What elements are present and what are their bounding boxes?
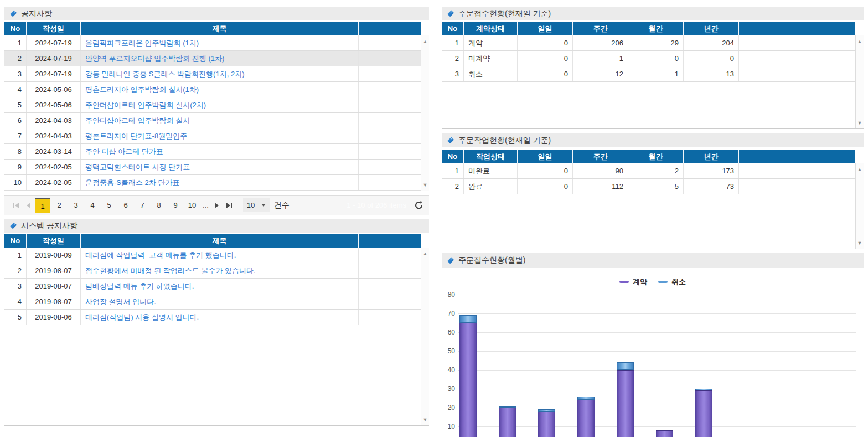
table-row[interactable]: 2미계약0100 [442, 51, 855, 66]
table-cell: 평택고덕힐스테이트 서정 단가표 [81, 160, 359, 174]
table-row[interactable]: 42019-08-07사업장 설명서 입니다. [4, 294, 421, 310]
table-cell: 2024-02-05 [27, 175, 81, 190]
table-row[interactable]: 102024-02-05운정중흥-S클래스 2차 단가표 [4, 175, 421, 191]
table-cell: 13 [684, 66, 739, 81]
table-scrollbar[interactable]: ▲▼ [421, 35, 429, 191]
table-cell: 90 [573, 163, 628, 178]
y-axis-label: 80 [442, 291, 455, 299]
scroll-up-icon[interactable]: ▲ [421, 251, 429, 256]
notice-link[interactable]: 운정중흥-S클래스 2차 단가표 [85, 178, 179, 187]
pager-page-4[interactable]: 4 [85, 198, 100, 213]
table-row[interactable]: 32024-07-19강동 밀레니얼 중흥 S클래스 박람회진행(1차, 2차) [4, 66, 421, 82]
table-cell: 10 [4, 175, 27, 190]
notice-link[interactable]: 팀배정달력 메뉴 추가 하였습니다. [85, 282, 194, 290]
table-cell: 대리점에 작업달력_고객 메뉴를 추가 했습니다. [81, 248, 359, 263]
pager-page-5[interactable]: 5 [102, 198, 116, 213]
legend-item[interactable]: 취소 [658, 277, 686, 287]
table-cell: 운정중흥-S클래스 2차 단가표 [81, 175, 359, 190]
column-header: 작업상태 [464, 150, 518, 163]
table-row[interactable]: 72024-04-03평촌트리지아 단가표-8월말입주 [4, 128, 421, 144]
table-row[interactable]: 3취소012113 [442, 66, 855, 82]
table-cell: 0 [628, 51, 684, 66]
pager-page-1[interactable]: 1 [35, 198, 50, 213]
legend-item[interactable]: 계약 [619, 277, 647, 287]
table-row[interactable]: 92024-02-05평택고덕힐스테이트 서정 단가표 [4, 160, 421, 175]
pager-page-2[interactable]: 2 [52, 198, 66, 213]
table-row[interactable]: 2완료0112573 [442, 179, 855, 194]
column-header [739, 150, 855, 163]
notice-link[interactable]: 평촌트리지아 단가표-8월말입주 [85, 132, 187, 140]
chart-bar [656, 430, 673, 437]
notice-link[interactable]: 강동 밀레니얼 중흥 S클래스 박람회진행(1차, 2차) [85, 70, 244, 78]
table-cell: 2024-02-05 [27, 160, 81, 174]
notice-link[interactable]: 접수현황에서 미배정 된 작업리스트 볼수가 있습니다. [85, 266, 256, 275]
pager-first-button[interactable] [10, 199, 22, 212]
notice-link[interactable]: 주안 더샵 아르테 단가표 [85, 147, 163, 156]
table-row[interactable]: 1미완료0902173 [442, 163, 855, 179]
scroll-down-icon[interactable]: ▼ [856, 240, 864, 246]
notice-link[interactable]: 평택고덕힐스테이트 서정 단가표 [85, 163, 190, 171]
notices-section-header: 공지사항 [4, 7, 429, 20]
table-row[interactable]: 32019-08-07팀배정달력 메뉴 추가 하였습니다. [4, 279, 421, 294]
scroll-up-icon[interactable]: ▲ [421, 39, 429, 44]
pager-ellipsis[interactable]: ... [203, 201, 209, 209]
table-cell: 1 [4, 35, 27, 50]
notice-link[interactable]: 사업장 설명서 입니다. [85, 297, 156, 306]
table-row[interactable]: 62024-04-03주안더샵아르테 입주박람회 실시 [4, 113, 421, 128]
pager-page-7[interactable]: 7 [135, 198, 149, 213]
table-body: 12024-07-19올림픽파크포레온 입주박람회 (1차)22024-07-1… [4, 35, 421, 191]
y-axis-label: 50 [442, 347, 455, 355]
table-scrollbar[interactable]: ▲▼ [421, 248, 429, 425]
scroll-up-icon[interactable]: ▲ [856, 39, 864, 44]
notice-link[interactable]: 평촌트리지아 입주박람회 실시(1차) [85, 85, 199, 94]
table-cell: 1 [442, 35, 464, 50]
table-cell: 0 [518, 35, 573, 50]
notice-link[interactable]: 안양역 푸르지오더샵 입주박람회 진행 (1차) [85, 54, 224, 63]
table-row[interactable]: 52024-05-06주안더샵아르테 입주박람회 실시(2차) [4, 97, 421, 113]
table-row[interactable]: 12024-07-19올림픽파크포레온 입주박람회 (1차) [4, 35, 421, 51]
bar-segment-cancel [577, 397, 595, 400]
table-row[interactable]: 12019-08-09대리점에 작업달력_고객 메뉴를 추가 했습니다. [4, 248, 421, 263]
section-title: 주문작업현황(현재일 기준) [458, 136, 551, 146]
bar-segment-contract [695, 390, 712, 437]
table-row[interactable]: 42024-05-06평촌트리지아 입주박람회 실시(1차) [4, 82, 421, 97]
table-row[interactable]: 22024-07-19안양역 푸르지오더샵 입주박람회 진행 (1차) [4, 51, 421, 66]
scroll-down-icon[interactable]: ▼ [421, 417, 429, 423]
table-row[interactable]: 52019-08-06대리점(작업팀) 사용 설명서 입니다. [4, 310, 421, 325]
pager-page-3[interactable]: 3 [69, 198, 83, 213]
scroll-down-icon[interactable]: ▼ [421, 182, 429, 188]
pager-next-button[interactable] [211, 199, 223, 212]
refresh-button[interactable] [414, 200, 423, 210]
table-cell: 3 [4, 66, 27, 81]
table-cell [739, 35, 855, 50]
notice-link[interactable]: 올림픽파크포레온 입주박람회 (1차) [85, 39, 199, 47]
pager-last-button[interactable] [223, 199, 235, 212]
scroll-down-icon[interactable]: ▼ [856, 120, 864, 126]
table-cell [359, 97, 421, 112]
y-axis-label: 60 [442, 328, 455, 336]
table-cell: 대리점(작업팀) 사용 설명서 입니다. [81, 310, 359, 325]
column-header: 년간 [684, 22, 739, 35]
pager-prev-button[interactable] [22, 199, 34, 212]
pager-page-8[interactable]: 8 [152, 198, 166, 213]
y-axis-label: 20 [442, 404, 455, 412]
pager-page-10[interactable]: 10 [185, 198, 199, 213]
pager-page-6[interactable]: 6 [118, 198, 133, 213]
notice-link[interactable]: 대리점에 작업달력_고객 메뉴를 추가 했습니다. [85, 251, 236, 259]
scroll-up-icon[interactable]: ▲ [856, 167, 864, 172]
page-size-select[interactable]: 10 [243, 198, 270, 212]
page-size-value: 10 [247, 201, 255, 209]
notice-link[interactable]: 주안더샵아르테 입주박람회 실시(2차) [85, 101, 206, 109]
table-cell: 0 [518, 163, 573, 178]
table-row[interactable]: 82024-03-14주안 더샵 아르테 단가표 [4, 144, 421, 160]
table-row[interactable]: 22019-08-07접수현황에서 미배정 된 작업리스트 볼수가 있습니다. [4, 263, 421, 279]
notice-link[interactable]: 주안더샵아르테 입주박람회 실시 [85, 116, 190, 125]
table-scrollbar[interactable]: ▲▼ [855, 35, 864, 128]
table-cell: 주안 더샵 아르테 단가표 [81, 144, 359, 159]
table-scrollbar[interactable]: ▲▼ [855, 163, 864, 249]
gridline [458, 370, 856, 371]
pager-page-9[interactable]: 9 [168, 198, 183, 213]
notice-link[interactable]: 대리점(작업팀) 사용 설명서 입니다. [85, 313, 199, 321]
column-header: No [442, 150, 464, 163]
table-row[interactable]: 1계약020629204 [442, 35, 855, 51]
